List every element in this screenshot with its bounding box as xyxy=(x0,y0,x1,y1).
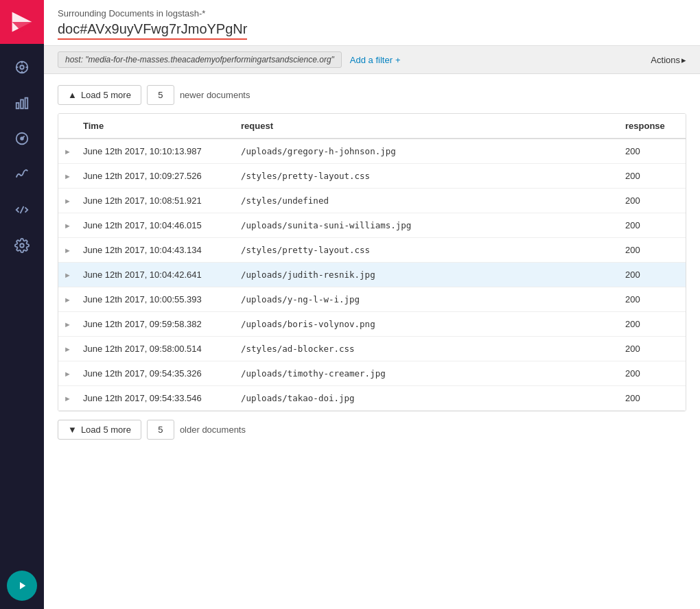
row-expand-toggle[interactable]: ► xyxy=(58,139,75,164)
expand-arrow-icon[interactable]: ► xyxy=(64,271,71,279)
response-cell: 200 xyxy=(617,263,686,287)
request-cell: /styles/pretty-layout.css xyxy=(233,238,617,263)
table-row[interactable]: ► June 12th 2017, 09:58:00.514 /styles/a… xyxy=(58,337,686,361)
top-load-more-button[interactable]: ▲ Load 5 more xyxy=(58,85,141,105)
expand-arrow-icon[interactable]: ► xyxy=(64,172,71,180)
active-filter[interactable]: host: "media-for-the-masses.theacademyof… xyxy=(58,51,342,68)
expand-arrow-icon[interactable]: ► xyxy=(64,197,71,205)
table-row[interactable]: ► June 12th 2017, 10:00:55.393 /uploads/… xyxy=(58,287,686,312)
table-row[interactable]: ► June 12th 2017, 09:59:58.382 /uploads/… xyxy=(58,312,686,337)
table-row[interactable]: ► June 12th 2017, 10:08:51.921 /styles/u… xyxy=(58,189,686,213)
actions-chevron-icon: ▸ xyxy=(681,55,686,65)
time-cell: June 12th 2017, 10:08:51.921 xyxy=(75,189,233,213)
time-cell: June 12th 2017, 09:58:00.514 xyxy=(75,337,233,361)
time-cell: June 12th 2017, 10:00:55.393 xyxy=(75,287,233,312)
actions-label: Actions xyxy=(651,55,680,65)
expand-arrow-icon[interactable]: ► xyxy=(64,370,71,378)
row-expand-toggle[interactable]: ► xyxy=(58,337,75,361)
response-cell: 200 xyxy=(617,139,686,164)
management-icon[interactable] xyxy=(7,230,37,261)
table-row[interactable]: ► June 12th 2017, 09:54:35.326 /uploads/… xyxy=(58,361,686,386)
top-load-more-bar: ▲ Load 5 more 5 newer documents xyxy=(58,85,686,105)
time-cell: June 12th 2017, 10:04:46.015 xyxy=(75,213,233,238)
response-cell: 200 xyxy=(617,361,686,386)
time-cell: June 12th 2017, 10:09:27.526 xyxy=(75,164,233,189)
toggle-column-header xyxy=(58,114,75,139)
documents-table-container: Time request response ► June 12th 2017, … xyxy=(58,113,686,411)
bottom-load-count[interactable]: 5 xyxy=(147,420,174,440)
add-filter-label: Add a filter xyxy=(350,55,393,65)
expand-arrow-icon[interactable]: ► xyxy=(64,345,71,353)
response-cell: 200 xyxy=(617,312,686,337)
content-area: ▲ Load 5 more 5 newer documents Time req… xyxy=(44,74,700,609)
bottom-load-more-button[interactable]: ▼ Load 5 more xyxy=(58,420,141,440)
expand-arrow-icon[interactable]: ► xyxy=(64,320,71,329)
expand-arrow-icon[interactable]: ► xyxy=(64,296,71,304)
time-cell: June 12th 2017, 09:54:33.546 xyxy=(75,386,233,411)
request-cell: /uploads/sunita-suni-williams.jpg xyxy=(233,213,617,238)
row-expand-toggle[interactable]: ► xyxy=(58,189,75,213)
main-content: Surrounding Documents in logstash-* doc#… xyxy=(44,0,700,609)
top-load-count[interactable]: 5 xyxy=(147,85,174,105)
top-load-more-label: Load 5 more xyxy=(81,90,131,100)
request-cell: /styles/pretty-layout.css xyxy=(233,164,617,189)
table-row[interactable]: ► June 12th 2017, 10:04:46.015 /uploads/… xyxy=(58,213,686,238)
request-cell: /uploads/judith-resnik.jpg xyxy=(233,263,617,287)
svg-marker-14 xyxy=(20,582,25,590)
row-expand-toggle[interactable]: ► xyxy=(58,312,75,337)
response-cell: 200 xyxy=(617,189,686,213)
bottom-load-more-label: Load 5 more xyxy=(81,425,131,435)
svg-point-12 xyxy=(21,137,23,140)
page-header: Surrounding Documents in logstash-* doc#… xyxy=(44,0,700,46)
request-column-header: request xyxy=(233,114,617,139)
svg-rect-8 xyxy=(16,103,19,108)
time-cell: June 12th 2017, 09:54:35.326 xyxy=(75,361,233,386)
row-expand-toggle[interactable]: ► xyxy=(58,287,75,312)
response-cell: 200 xyxy=(617,287,686,312)
actions-button[interactable]: Actions ▸ xyxy=(651,55,686,65)
dashboard-icon[interactable] xyxy=(7,123,37,154)
request-cell: /uploads/boris-volynov.png xyxy=(233,312,617,337)
devtools-icon[interactable] xyxy=(7,195,37,225)
row-expand-toggle[interactable]: ► xyxy=(58,164,75,189)
expand-arrow-icon[interactable]: ► xyxy=(64,222,71,230)
visualize-icon[interactable] xyxy=(7,88,37,118)
row-expand-toggle[interactable]: ► xyxy=(58,386,75,411)
response-cell: 200 xyxy=(617,238,686,263)
table-row[interactable]: ► June 12th 2017, 10:04:42.641 /uploads/… xyxy=(58,263,686,287)
row-expand-toggle[interactable]: ► xyxy=(58,238,75,263)
response-column-header: response xyxy=(617,114,686,139)
response-cell: 200 xyxy=(617,213,686,238)
table-row[interactable]: ► June 12th 2017, 10:09:27.526 /styles/p… xyxy=(58,164,686,189)
expand-arrow-icon[interactable]: ► xyxy=(64,147,71,156)
bottom-load-description: older documents xyxy=(180,425,246,435)
chevron-down-icon: ▼ xyxy=(68,425,77,435)
discover-icon[interactable] xyxy=(7,52,37,82)
play-icon[interactable] xyxy=(7,571,37,601)
bottom-load-more-bar: ▼ Load 5 more 5 older documents xyxy=(58,420,686,440)
row-expand-toggle[interactable]: ► xyxy=(58,213,75,238)
row-expand-toggle[interactable]: ► xyxy=(58,361,75,386)
table-row[interactable]: ► June 12th 2017, 10:10:13.987 /uploads/… xyxy=(58,139,686,164)
row-expand-toggle[interactable]: ► xyxy=(58,263,75,287)
request-cell: /uploads/timothy-creamer.jpg xyxy=(233,361,617,386)
expand-arrow-icon[interactable]: ► xyxy=(64,394,71,403)
plus-icon: + xyxy=(395,55,401,65)
svg-point-3 xyxy=(20,65,24,69)
table-row[interactable]: ► June 12th 2017, 09:54:33.546 /uploads/… xyxy=(58,386,686,411)
svg-rect-10 xyxy=(25,98,28,109)
chevron-up-icon: ▲ xyxy=(68,90,77,100)
expand-arrow-icon[interactable]: ► xyxy=(64,246,71,254)
kibana-logo[interactable] xyxy=(0,0,44,44)
time-column-header: Time xyxy=(75,114,233,139)
request-cell: /styles/undefined xyxy=(233,189,617,213)
table-header-row: Time request response xyxy=(58,114,686,139)
add-filter-button[interactable]: Add a filter + xyxy=(350,55,401,65)
response-cell: 200 xyxy=(617,164,686,189)
filter-bar: host: "media-for-the-masses.theacademyof… xyxy=(44,46,700,74)
timelion-icon[interactable] xyxy=(7,159,37,189)
time-cell: June 12th 2017, 10:10:13.987 xyxy=(75,139,233,164)
svg-point-13 xyxy=(20,243,24,248)
top-load-description: newer documents xyxy=(180,90,250,100)
table-row[interactable]: ► June 12th 2017, 10:04:43.134 /styles/p… xyxy=(58,238,686,263)
